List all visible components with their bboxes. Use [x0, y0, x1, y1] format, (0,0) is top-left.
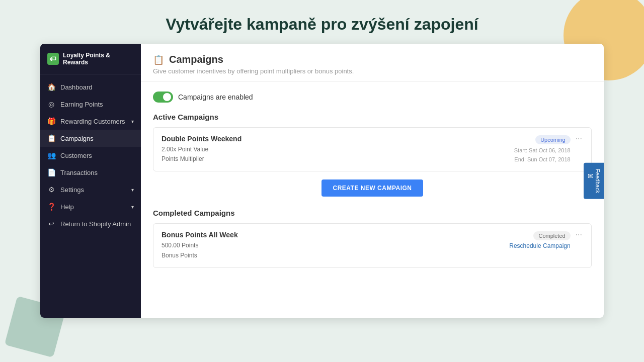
transactions-icon: 📄 — [47, 168, 55, 176]
app-container: 🏷 Loyalty Points & Rewards 🏠 Dashboard ◎… — [40, 44, 604, 318]
sidebar-item-return-shopify[interactable]: ↩ Return to Shopify Admin — [40, 215, 141, 232]
sidebar-item-label: Campaigns — [60, 135, 94, 142]
campaign-right: Completed Reschedule Campaign ··· — [509, 231, 583, 249]
campaign-left: Double Points Weekend 2.00x Point Value … — [162, 135, 242, 164]
campaign-detail-line2: Bonus Points — [162, 252, 197, 259]
return-icon: ↩ — [47, 220, 55, 228]
earning-icon: ◎ — [47, 100, 55, 108]
sidebar-item-settings[interactable]: ⚙ Settings ▾ — [40, 181, 141, 198]
completed-campaigns-title: Completed Campaigns — [153, 209, 592, 217]
page-title: Campaigns — [169, 54, 223, 65]
active-campaign-card-0: Double Points Weekend 2.00x Point Value … — [153, 127, 592, 171]
toggle-row: Campaigns are enabled — [153, 92, 592, 103]
campaign-detail: 2.00x Point Value Points Multiplier — [162, 145, 242, 164]
campaign-detail-line1: 500.00 Points — [162, 242, 198, 249]
campaign-end: End: Sun Oct 07, 2018 — [514, 156, 570, 162]
upcoming-badge: Upcoming — [535, 135, 571, 144]
gift-icon: 🎁 — [47, 117, 55, 125]
sidebar: 🏷 Loyalty Points & Rewards 🏠 Dashboard ◎… — [40, 44, 141, 318]
sidebar-item-label: Help — [60, 203, 74, 211]
sidebar-item-label: Rewarding Customers — [60, 118, 125, 125]
sidebar-item-label: Return to Shopify Admin — [60, 220, 131, 228]
sidebar-item-label: Settings — [60, 186, 84, 194]
reschedule-link[interactable]: Reschedule Campaign — [509, 242, 570, 249]
campaign-more-button[interactable]: ··· — [575, 135, 583, 143]
campaigns-icon: 📋 — [47, 134, 55, 142]
create-btn-row: CREATE NEW CAMPAIGN — [153, 179, 592, 197]
main-heading: Vytvářejte kampaně pro zvýšení zapojení — [0, 0, 644, 44]
campaign-right: Upcoming Start: Sat Oct 06, 2018 End: Su… — [514, 135, 583, 164]
toggle-label: Campaigns are enabled — [178, 93, 253, 101]
sidebar-item-rewarding-customers[interactable]: 🎁 Rewarding Customers ▾ — [40, 113, 141, 130]
campaigns-page-icon: 📋 — [153, 54, 164, 65]
sidebar-item-transactions[interactable]: 📄 Transactions — [40, 164, 141, 181]
campaign-start: Start: Sat Oct 06, 2018 — [514, 147, 571, 153]
feedback-tab[interactable]: Feedback ✉ — [584, 162, 604, 199]
campaign-more-button[interactable]: ··· — [575, 231, 583, 239]
customers-icon: 👥 — [47, 151, 55, 159]
logo-icon: 🏷 — [47, 53, 59, 65]
campaign-name: Bonus Points All Week — [162, 231, 238, 239]
campaign-detail-line2: Points Multiplier — [162, 155, 204, 162]
sidebar-item-label: Customers — [60, 152, 92, 159]
completed-badge: Completed — [533, 231, 570, 240]
campaign-detail-line1: 2.00x Point Value — [162, 146, 208, 153]
sidebar-item-campaigns[interactable]: 📋 Campaigns — [40, 130, 141, 147]
page-subtitle: Give customer incentives by offering poi… — [153, 67, 592, 75]
campaign-detail: 500.00 Points Bonus Points — [162, 241, 238, 260]
campaign-dates: Start: Sat Oct 06, 2018 End: Sun Oct 07,… — [514, 146, 571, 164]
sidebar-item-dashboard[interactable]: 🏠 Dashboard — [40, 78, 141, 96]
sidebar-item-label: Earning Points — [60, 101, 103, 108]
home-icon: 🏠 — [47, 83, 55, 91]
page-title-row: 📋 Campaigns — [153, 54, 592, 65]
campaign-name: Double Points Weekend — [162, 135, 242, 143]
campaigns-toggle[interactable] — [153, 92, 173, 103]
active-campaigns-title: Active Campaigns — [153, 113, 592, 121]
page-header: 📋 Campaigns Give customer incentives by … — [141, 44, 604, 81]
sidebar-item-help[interactable]: ❓ Help ▾ — [40, 198, 141, 215]
feedback-icon: ✉ — [587, 171, 595, 193]
sidebar-nav: 🏠 Dashboard ◎ Earning Points 🎁 Rewarding… — [40, 74, 141, 236]
page-body: Campaigns are enabled Active Campaigns D… — [141, 81, 604, 286]
completed-campaign-card-0: Bonus Points All Week 500.00 Points Bonu… — [153, 223, 592, 267]
chevron-down-icon: ▾ — [131, 187, 134, 193]
sidebar-item-customers[interactable]: 👥 Customers — [40, 147, 141, 164]
create-campaign-button[interactable]: CREATE NEW CAMPAIGN — [321, 179, 423, 197]
settings-icon: ⚙ — [47, 186, 55, 194]
feedback-label: Feedback — [595, 168, 601, 193]
sidebar-item-earning-points[interactable]: ◎ Earning Points — [40, 96, 141, 113]
campaign-right-info: Upcoming Start: Sat Oct 06, 2018 End: Su… — [514, 135, 571, 164]
campaign-right-info: Completed Reschedule Campaign — [509, 231, 570, 249]
help-icon: ❓ — [47, 203, 55, 211]
chevron-down-icon: ▾ — [131, 204, 134, 210]
sidebar-item-label: Dashboard — [60, 83, 93, 91]
chevron-down-icon: ▾ — [131, 119, 134, 124]
sidebar-logo: 🏷 Loyalty Points & Rewards — [40, 44, 141, 74]
sidebar-logo-text: Loyalty Points & Rewards — [63, 52, 134, 66]
main-content: 📋 Campaigns Give customer incentives by … — [141, 44, 604, 318]
sidebar-item-label: Transactions — [60, 169, 98, 176]
campaign-left: Bonus Points All Week 500.00 Points Bonu… — [162, 231, 238, 260]
